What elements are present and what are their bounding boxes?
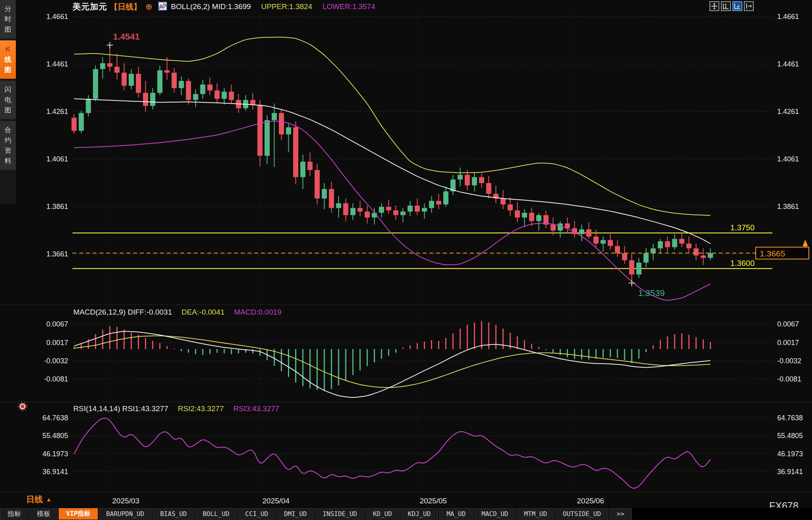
sidebar-item-char: 闪 [5, 86, 11, 93]
sidebar-item-char: K [6, 46, 10, 53]
macd-histogram [74, 321, 710, 391]
macd-diff-label: MACD(26,12,9) DIFF:-0.0031 [73, 308, 172, 317]
candlestick-series[interactable] [72, 45, 713, 283]
rsi2-label: RSI2:43.3277 [178, 404, 224, 413]
sidebar-item-char: 约 [5, 137, 11, 144]
boll-upper-value: UPPER:1.3824 [261, 2, 312, 11]
toolbar-tab-ma_ud[interactable]: MA_UD [439, 508, 473, 520]
toolbar-tab-dmi_ud[interactable]: DMI_UD [276, 508, 315, 520]
chart-application: 2025/032025/042025/052025/061.46611.4661… [0, 0, 812, 520]
toolbar-tab-inside_ud[interactable]: INSIDE_UD [315, 508, 365, 520]
date-axis-label: 2025/03 [112, 497, 139, 505]
macd-dea-line [74, 336, 711, 387]
play-chart-icon[interactable] [732, 1, 742, 11]
period-tag: 【日线】 [110, 2, 141, 12]
toolbar-tab-[interactable]: 模板 [29, 508, 58, 520]
y-axis-label-right: 36.9141 [777, 468, 803, 476]
high-annotation: 1.4541 [113, 32, 139, 42]
toolbar-tab-boll_ud[interactable]: BOLL_UD [195, 508, 237, 520]
y-axis-label-right: 64.7638 [777, 414, 803, 422]
y-axis-label-left: 1.4661 [46, 13, 68, 21]
support-line-label: 1.3750 [730, 223, 755, 232]
toolbar-tab-bias_ud[interactable]: BIAS_UD [152, 508, 194, 520]
y-axis-label-left: 1.3661 [46, 250, 68, 258]
y-axis-label-left: 36.9141 [42, 468, 68, 476]
support-line-label: 1.3600 [730, 259, 755, 268]
y-axis-label-right: 1.3861 [777, 203, 799, 211]
rsi3-label: RSI3:43.3277 [233, 404, 279, 413]
boll-middle-band [74, 99, 711, 244]
macd-value-label: MACD:0.0019 [234, 308, 281, 317]
sidebar-item-char: 线 [5, 56, 11, 63]
rsi-line [74, 418, 711, 488]
toolbar-tab->>[interactable]: >> [609, 508, 632, 520]
current-price-value: 1.3665 [760, 249, 785, 258]
sidebar-item-3[interactable]: 合约资料 [0, 121, 16, 170]
sidebar-item-1[interactable]: K线图 [0, 40, 16, 79]
y-axis-label-left: 1.4461 [46, 60, 68, 68]
low-annotation: 1.3539 [638, 288, 665, 298]
date-axis-label: 2025/06 [577, 497, 604, 505]
macd-label-row: MACD(26,12,9) DIFF:-0.0031 DEA:-0.0041 M… [73, 308, 281, 317]
y-axis-label-left: 1.3861 [46, 203, 68, 211]
y-axis-label-right: 0.0017 [777, 339, 799, 347]
y-axis-label-right: 46.1973 [777, 450, 803, 458]
toolbar-tab-[interactable]: 指标 [0, 508, 29, 520]
toolbar-tab-cci_ud[interactable]: CCI_UD [238, 508, 276, 520]
move-icon[interactable] [709, 1, 719, 11]
toolbar-tab-outside_ud[interactable]: OUTSIDE_UD [555, 508, 608, 520]
chart-header: 美元加元 【日线】 ⊕ BOLL(26,2) MID:1.3699 UPPER:… [72, 2, 375, 12]
collapse-right-icon[interactable] [744, 1, 754, 11]
y-axis-label-right: 1.4061 [777, 155, 799, 163]
chart-type-sidebar: 分时图K线图闪电图合约资料 [0, 0, 16, 204]
sidebar-item-char: 图 [5, 66, 11, 74]
toolbar-tab-kdj_ud[interactable]: KDJ_UD [400, 508, 438, 520]
y-axis-label-left: 55.4805 [42, 432, 68, 440]
boll-mid-value: BOLL(26,2) MID:1.3699 [171, 2, 251, 11]
symbol-title: 美元加元 [72, 1, 107, 12]
toolbar-tab-vip[interactable]: VIP指标 [59, 508, 98, 520]
add-circle-icon[interactable]: ⊕ [145, 3, 152, 11]
chart-toolbar-icons [709, 1, 754, 11]
y-axis-label-right: 0.0067 [777, 320, 799, 328]
macd-dea-label: DEA:-0.0041 [181, 308, 225, 317]
sidebar-item-2[interactable]: 闪电图 [0, 81, 16, 119]
y-axis-label-left: 1.4061 [46, 155, 68, 163]
y-axis-label-right: -0.0081 [777, 375, 801, 383]
toolbar-tab-kd_ud[interactable]: KD_UD [365, 508, 399, 520]
y-axis-label-left: 1.4261 [46, 108, 68, 116]
date-axis-label: 2025/04 [262, 497, 290, 505]
sidebar-item-0[interactable]: 分时图 [0, 0, 16, 38]
axis-range-icon[interactable] [721, 1, 731, 11]
y-axis-label-left: 0.0017 [46, 339, 68, 347]
boll-upper-band [74, 37, 711, 215]
sidebar-item-char: 资 [5, 147, 11, 154]
toolbar-tab-barupdn_ud[interactable]: BARUPDN_UD [99, 508, 152, 520]
indicator-chart-icon[interactable] [158, 2, 167, 12]
boll-lower-value: LOWER:1.3574 [322, 2, 375, 11]
marker-target-icon[interactable] [17, 400, 29, 414]
sidebar-item-char: 电 [5, 96, 11, 104]
candlestick-chart-canvas[interactable]: 2025/032025/042025/052025/061.46611.4661… [0, 0, 812, 520]
toolbar-tab-macd_ud[interactable]: MACD_UD [474, 508, 516, 520]
sidebar-item-char: 图 [5, 26, 11, 33]
rsi1-label: RSI(14,14,14) RSI1:43.3277 [73, 404, 168, 413]
y-axis-label-left: 0.0067 [46, 320, 68, 328]
y-axis-label-right: 1.4661 [777, 13, 799, 21]
indicator-tab-bar: 指标模板VIP指标BARUPDN_UDBIAS_UDBOLL_UDCCI_UDD… [0, 508, 812, 520]
y-axis-label-left: 46.1973 [42, 450, 68, 458]
period-selector-label: 日线 [26, 494, 43, 505]
toolbar-tab-mtm_ud[interactable]: MTM_UD [517, 508, 555, 520]
sidebar-item-char: 分 [5, 5, 11, 13]
y-axis-label-right: -0.0032 [777, 357, 801, 365]
price-marker-cross [629, 280, 635, 286]
date-axis-label: 2025/05 [419, 497, 447, 505]
sidebar-item-char: 合 [5, 126, 11, 134]
sidebar-item-char: 图 [5, 106, 11, 114]
y-axis-label-right: 1.4261 [777, 108, 799, 116]
y-axis-label-left: 64.7638 [42, 414, 68, 422]
price-marker-cross [107, 42, 113, 48]
sidebar-item-char: 时 [5, 15, 11, 23]
y-axis-label-left: -0.0081 [44, 375, 68, 383]
period-selector[interactable]: 日线 ▲ [26, 494, 51, 505]
